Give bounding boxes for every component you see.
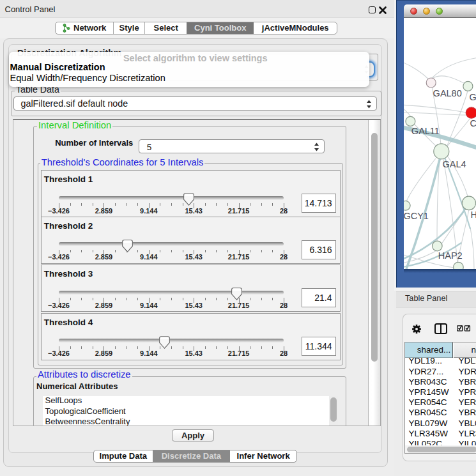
svg-text:HAP2: HAP2 <box>438 250 463 261</box>
svg-text:GAL4: GAL4 <box>442 159 466 169</box>
svg-text:GAL80: GAL80 <box>433 88 462 98</box>
svg-text:GAL: GAL <box>470 91 476 102</box>
svg-text:H: H <box>471 210 476 220</box>
svg-text:GAL11: GAL11 <box>411 126 440 136</box>
svg-text:C: C <box>470 118 476 128</box>
svg-text:GCY1: GCY1 <box>404 210 429 220</box>
